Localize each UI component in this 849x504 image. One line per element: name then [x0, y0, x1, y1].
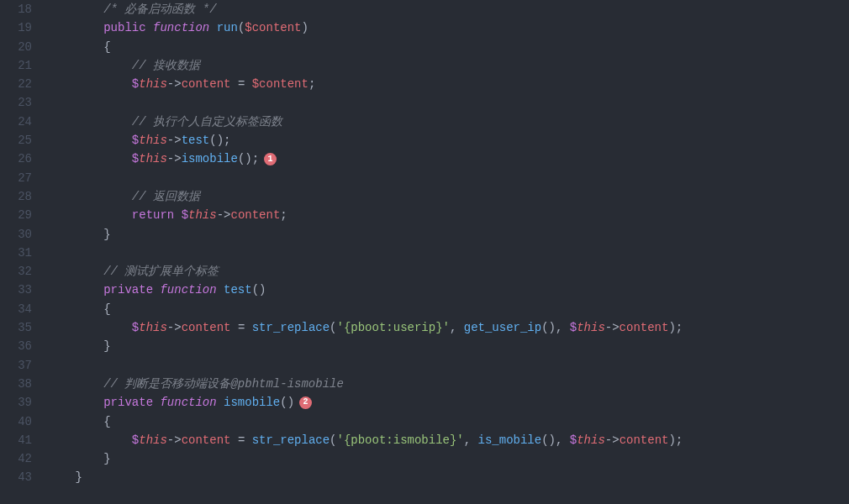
token-punc: = [238, 431, 245, 449]
token-punc: { [103, 38, 110, 56]
token-punc: , [450, 318, 464, 337]
code-line: } [47, 225, 849, 244]
token-fnk: function [160, 281, 216, 299]
line-number-gutter: 1819202122232425262728293031323334353637… [0, 0, 42, 504]
token-punc: { [103, 300, 110, 318]
token-kw: private [103, 281, 153, 299]
line-number: 22 [8, 75, 32, 93]
code-line: $this->test(); [47, 131, 849, 150]
token-sp [174, 206, 181, 224]
line-number: 18 [8, 0, 32, 18]
token-cmt: // 返回数据 [132, 187, 200, 206]
code-line: // 判断是否移动端设备@pbhtml-ismobile [47, 375, 849, 393]
token-doll: $ [132, 75, 139, 93]
token-punc: ( [238, 18, 245, 37]
code-line: $this->content = $content; [47, 75, 849, 93]
token-fn: test [224, 281, 252, 299]
token-cmt: // 测试扩展单个标签 [103, 262, 219, 281]
token-sp [153, 393, 160, 412]
line-number: 23 [8, 93, 32, 112]
token-sp [209, 18, 216, 37]
token-doll: $ [132, 131, 139, 150]
token-punc: ) [302, 18, 308, 37]
token-punc: ); [668, 318, 683, 337]
code-line: { [47, 38, 849, 56]
token-sp [217, 281, 224, 299]
token-punc: -> [167, 131, 182, 150]
token-prop: content [182, 318, 231, 337]
token-punc: -> [167, 150, 182, 168]
token-this: this [139, 75, 167, 93]
token-punc: -> [605, 318, 620, 337]
token-punc: -> [605, 431, 620, 449]
token-punc: ); [668, 431, 683, 449]
code-line: { [47, 412, 849, 431]
line-number: 41 [8, 431, 32, 449]
token-prop: content [182, 75, 231, 93]
code-line: } [47, 449, 849, 468]
code-line: private function test() [47, 281, 849, 299]
token-punc: ( [330, 318, 336, 337]
token-doll: $ [132, 431, 139, 449]
line-number: 33 [8, 281, 32, 299]
code-line: $this->ismobile();1 [47, 150, 849, 168]
code-line: } [47, 468, 849, 486]
token-this: this [188, 206, 217, 224]
code-line: // 测试扩展单个标签 [47, 262, 849, 281]
line-number: 31 [8, 244, 32, 262]
token-this: this [577, 318, 605, 337]
code-line: /* 必备启动函数 */ [47, 0, 849, 18]
token-doll: $ [570, 431, 577, 449]
token-fn: str_replace [252, 318, 330, 337]
token-punc: () [280, 393, 294, 412]
token-this: this [139, 431, 167, 449]
token-var: $content [245, 18, 301, 37]
token-prop: content [620, 431, 669, 449]
code-area[interactable]: /* 必备启动函数 */ public function run($conten… [42, 0, 849, 504]
code-line: // 执行个人自定义标签函数 [47, 113, 849, 131]
token-cmt: // 判断是否移动端设备@pbhtml-ismobile [103, 375, 344, 393]
line-number: 35 [8, 318, 32, 337]
line-number: 37 [8, 356, 32, 375]
line-number: 40 [8, 412, 32, 431]
token-punc: (); [238, 150, 259, 168]
token-punc: , [464, 431, 478, 449]
line-number: 32 [8, 262, 32, 281]
token-kw: return [132, 206, 174, 224]
token-sp [146, 18, 153, 37]
token-fnk: function [160, 393, 216, 412]
token-punc: } [103, 337, 110, 355]
line-number: 36 [8, 337, 32, 355]
token-punc: } [76, 468, 82, 486]
code-line: // 返回数据 [47, 187, 849, 206]
token-var: $content [252, 75, 308, 93]
token-this: this [139, 318, 167, 337]
token-punc: -> [167, 318, 182, 337]
token-sp [245, 431, 251, 449]
token-doll: $ [132, 318, 139, 337]
code-line: } [47, 337, 849, 355]
token-fn: test [182, 131, 210, 150]
line-number: 25 [8, 131, 32, 150]
token-kw: public [103, 18, 145, 37]
line-number: 20 [8, 38, 32, 56]
line-number: 29 [8, 206, 32, 224]
token-this: this [577, 431, 605, 449]
line-number: 26 [8, 150, 32, 168]
token-sp [153, 281, 160, 299]
token-fnk: function [153, 18, 209, 37]
annotation-badge[interactable]: 2 [299, 396, 312, 409]
code-line: return $this->content; [47, 206, 849, 224]
code-editor: 1819202122232425262728293031323334353637… [0, 0, 849, 504]
token-cmt: // 执行个人自定义标签函数 [132, 113, 282, 131]
token-doll: $ [182, 206, 188, 224]
token-this: this [139, 131, 167, 150]
token-punc: -> [217, 206, 231, 224]
token-kw: private [103, 393, 153, 412]
code-line: { [47, 300, 849, 318]
annotation-badge[interactable]: 1 [264, 153, 277, 165]
token-punc: } [103, 225, 110, 244]
token-punc: ( [330, 431, 336, 449]
token-punc: (), [541, 431, 570, 449]
code-line [47, 356, 849, 375]
